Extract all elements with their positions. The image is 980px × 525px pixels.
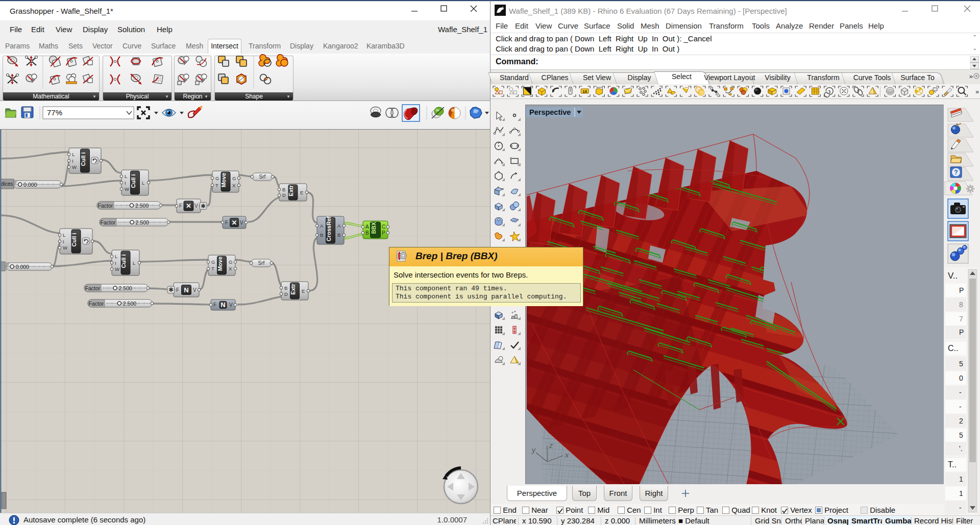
svg-text:P: P [959,328,964,336]
svg-text:V..: V.. [948,271,958,281]
svg-text:5: 5 [959,431,963,439]
svg-text:Move: Move [220,173,227,187]
svg-text:V: V [229,302,233,308]
svg-text:T: T [211,266,214,271]
svg-text:L: L [63,232,65,238]
svg-text:x: x [565,451,569,459]
svg-text:Factor: Factor [98,203,113,209]
svg-text:'.: '. [959,444,963,453]
svg-text:Factor: Factor [101,219,116,226]
svg-text:B: B [284,285,287,291]
svg-text:E: E [302,288,305,294]
svg-text:77%: 77% [47,108,62,117]
svg-text:Cull i: Cull i [80,153,86,166]
svg-text:L: L [115,254,117,259]
svg-text:2: 2 [959,417,963,425]
svg-text:C..: C.. [948,344,958,353]
svg-text:Cull i: Cull i [120,255,127,268]
svg-text:G: G [229,259,232,265]
svg-text:V: V [240,220,243,226]
svg-text:7: 7 [959,315,963,323]
svg-text:B: B [320,232,323,238]
svg-text:B: B [337,232,340,238]
svg-text:C: C [382,224,385,230]
svg-text:0: 0 [959,374,963,382]
svg-text:A: A [365,224,369,230]
svg-text:F: F [213,302,216,308]
svg-text:W: W [72,164,77,170]
svg-text:P: P [382,230,385,236]
svg-text:A: A [337,223,341,229]
svg-text:G: G [211,259,215,265]
svg-text:2.500: 2.500 [123,301,136,307]
svg-text:1: 1 [959,475,963,483]
svg-text:V: V [193,287,197,293]
svg-text:-: - [959,388,962,396]
svg-text:B: B [365,230,369,236]
svg-text:y: y [531,446,536,454]
svg-text:E: E [300,190,303,195]
svg-text:6: 6 [502,6,504,10]
svg-text:F: F [176,287,179,293]
svg-text:T..: T.. [948,460,957,469]
svg-text:z: z [549,441,553,449]
svg-text:L: L [79,239,81,244]
svg-text:10: 10 [582,89,587,94]
svg-text:-: - [959,403,962,411]
svg-text:W: W [125,186,129,192]
svg-text:N: N [184,286,188,294]
svg-text:✱: ✱ [201,203,206,210]
svg-text:B: B [282,187,285,192]
svg-text:Factor: Factor [85,285,101,291]
svg-text:F: F [225,220,228,226]
svg-text:✱: ✱ [168,286,174,293]
svg-text:5: 5 [959,360,963,368]
svg-text:L: L [142,180,144,186]
svg-text:Perspective: Perspective [529,108,571,116]
svg-text:W: W [115,266,119,272]
svg-text:Factor: Factor [89,301,104,307]
svg-text:F: F [179,203,182,209]
svg-text:dices: dices [1,181,13,187]
svg-text:D: D [284,291,288,297]
svg-text:L: L [72,152,75,157]
svg-text:I: I [72,158,74,164]
svg-text:X: X [229,266,232,271]
svg-text:P: P [959,286,964,294]
svg-text:0.000: 0.000 [23,182,37,188]
svg-text:Extr: Extr [288,185,294,196]
svg-text:✕: ✕ [186,202,191,210]
svg-text:Srf: Srf [258,260,265,266]
svg-text:✕: ✕ [232,219,237,227]
svg-text:1: 1 [959,489,963,497]
svg-text:Extr: Extr [290,284,296,295]
svg-text:I: I [115,260,116,266]
svg-text:2.500: 2.500 [135,203,149,209]
svg-text:L: L [125,173,127,179]
svg-text:CrossRef: CrossRef [326,216,332,241]
svg-text:Srf: Srf [259,174,266,180]
svg-text:N: N [220,301,225,309]
svg-text:W: W [63,245,67,251]
svg-text:Cull i: Cull i [130,174,136,188]
svg-text:X: X [232,183,236,188]
svg-text:I: I [63,239,64,244]
svg-text:»: » [975,88,979,95]
svg-text:V: V [194,203,198,209]
svg-text:BBX: BBX [371,221,377,234]
svg-text:I: I [125,180,126,186]
svg-text:L: L [133,260,135,266]
svg-text:A: A [320,223,324,229]
svg-text:T: T [215,183,218,188]
svg-text:Cull i: Cull i [71,233,77,247]
svg-text:2.500: 2.500 [119,285,132,291]
svg-text:0.000: 0.000 [16,264,29,270]
svg-text:L: L [87,158,90,164]
svg-text:8: 8 [959,301,963,309]
svg-text:2.500: 2.500 [136,219,149,226]
svg-text:G: G [215,176,219,181]
svg-text:-: - [959,504,962,512]
svg-text:G: G [232,176,236,181]
svg-text:D: D [282,192,286,198]
svg-text:?: ? [954,169,958,176]
